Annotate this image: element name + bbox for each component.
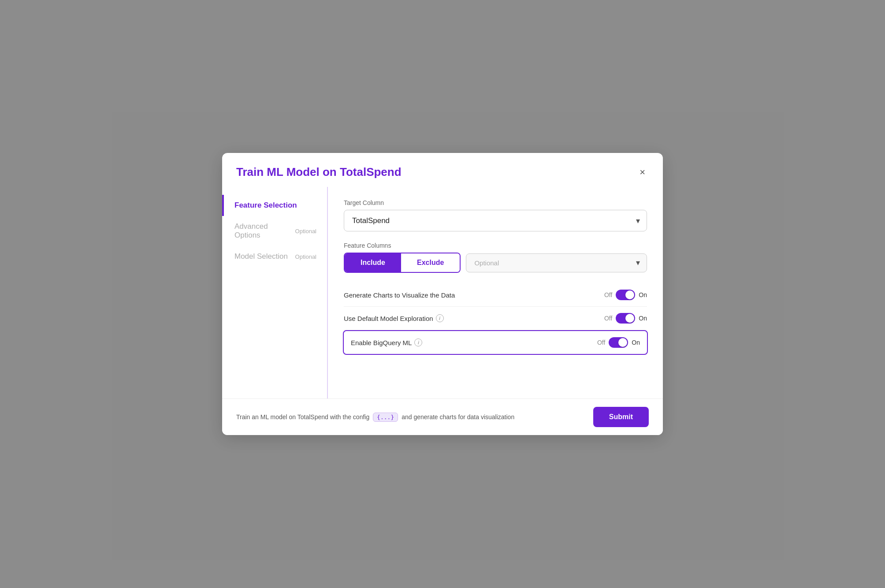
default-model-on-label: On [639, 315, 647, 322]
bigquery-ml-label: Enable BigQuery ML i [351, 339, 422, 346]
optional-dropdown[interactable]: Optional [466, 253, 647, 272]
generate-charts-toggle[interactable] [616, 290, 635, 300]
sidebar-item-optional-advanced: Optional [295, 228, 316, 234]
generate-charts-off-label: Off [604, 291, 612, 298]
bigquery-ml-on-label: On [632, 339, 640, 346]
main-content: Target Column TotalSpend ▾ Feature Colum… [328, 187, 663, 398]
bigquery-ml-toggle[interactable] [609, 337, 628, 348]
footer-description-prefix: Train an ML model on TotalSpend with the… [236, 413, 369, 421]
include-button[interactable]: Include [345, 253, 401, 272]
default-model-label: Use Default Model Exploration i [344, 314, 444, 322]
default-model-off-label: Off [604, 315, 612, 322]
default-model-thumb [625, 314, 634, 323]
modal: Train ML Model on TotalSpend × Feature S… [222, 153, 663, 435]
sidebar-item-model-selection[interactable]: Model Selection Optional [222, 246, 327, 267]
exclude-button[interactable]: Exclude [401, 253, 460, 272]
sidebar-item-advanced-options[interactable]: Advanced Options Optional [222, 216, 327, 246]
feature-columns-row: Include Exclude Optional ▾ [344, 253, 647, 273]
modal-overlay: Train ML Model on TotalSpend × Feature S… [0, 0, 885, 588]
optional-dropdown-wrapper: Optional ▾ [466, 253, 647, 272]
target-column-dropdown[interactable]: TotalSpend [344, 210, 647, 231]
generate-charts-track [616, 290, 635, 300]
target-column-dropdown-wrapper: TotalSpend ▾ [344, 210, 647, 231]
target-column-label: Target Column [344, 199, 647, 206]
sidebar-item-label-advanced-options: Advanced Options [234, 222, 295, 240]
bigquery-ml-control: Off On [597, 337, 640, 348]
sidebar: Feature Selection Advanced Options Optio… [222, 187, 328, 398]
bigquery-ml-thumb [618, 338, 627, 347]
feature-columns-section: Feature Columns Include Exclude Optional… [344, 242, 647, 273]
bigquery-ml-row: Enable BigQuery ML i Off On [343, 330, 648, 355]
default-model-row: Use Default Model Exploration i Off On [344, 307, 647, 330]
sidebar-item-label-feature-selection: Feature Selection [234, 201, 297, 210]
modal-footer: Train an ML model on TotalSpend with the… [222, 398, 663, 435]
bigquery-ml-track [609, 337, 628, 348]
target-column-section: Target Column TotalSpend ▾ [344, 199, 647, 231]
default-model-info-icon[interactable]: i [436, 314, 444, 322]
sidebar-item-optional-model: Optional [295, 253, 316, 260]
generate-charts-row: Generate Charts to Visualize the Data Of… [344, 283, 647, 307]
modal-title: Train ML Model on TotalSpend [236, 165, 402, 179]
config-badge: {...} [373, 413, 398, 422]
default-model-track [616, 313, 635, 324]
generate-charts-label: Generate Charts to Visualize the Data [344, 291, 455, 299]
default-model-control: Off On [604, 313, 647, 324]
sidebar-item-label-model-selection: Model Selection [234, 252, 288, 261]
generate-charts-thumb [625, 290, 634, 299]
sidebar-item-feature-selection[interactable]: Feature Selection [222, 195, 327, 216]
footer-description: Train an ML model on TotalSpend with the… [236, 413, 583, 422]
settings-toggle-group: Generate Charts to Visualize the Data Of… [344, 283, 647, 355]
bigquery-ml-info-icon[interactable]: i [414, 339, 422, 346]
footer-description-suffix: and generate charts for data visualizati… [402, 413, 514, 421]
generate-charts-on-label: On [639, 291, 647, 298]
submit-button[interactable]: Submit [593, 407, 649, 427]
modal-body: Feature Selection Advanced Options Optio… [222, 187, 663, 398]
default-model-toggle[interactable] [616, 313, 635, 324]
close-button[interactable]: × [636, 166, 649, 179]
modal-header: Train ML Model on TotalSpend × [222, 153, 663, 187]
generate-charts-control: Off On [604, 290, 647, 300]
bigquery-ml-off-label: Off [597, 339, 605, 346]
feature-columns-label: Feature Columns [344, 242, 647, 249]
include-exclude-toggle-group: Include Exclude [344, 253, 461, 273]
